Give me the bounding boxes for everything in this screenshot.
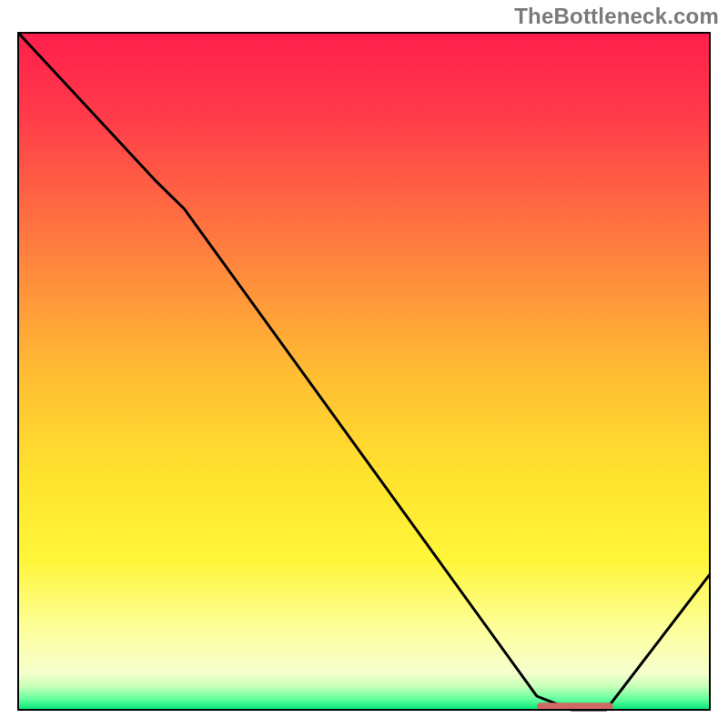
chart-container: TheBottleneck.com <box>0 0 728 728</box>
bottleneck-chart <box>0 0 728 728</box>
gradient-background <box>18 33 710 710</box>
watermark-text: TheBottleneck.com <box>514 4 719 29</box>
